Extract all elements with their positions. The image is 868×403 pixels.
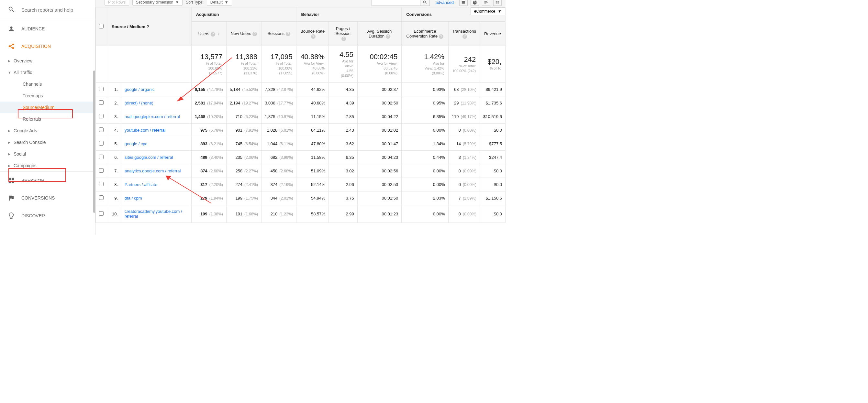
chevron-down-icon: ▼ (8, 70, 11, 74)
data-table: Source / Medium ? Acquisition Behavior C… (95, 7, 505, 223)
svg-rect-4 (12, 178, 14, 180)
dimension-link[interactable]: google / organic (125, 87, 155, 92)
svg-point-2 (12, 47, 14, 49)
table-row: 6.sites.google.com / referral489(3.40%)2… (96, 151, 505, 164)
dimension-link[interactable]: creatoracademy.youtube.com / referral (125, 209, 182, 219)
dimension-link[interactable]: Partners / affiliate (125, 182, 157, 187)
col-users[interactable]: Users?↓ (191, 22, 226, 46)
dimension-header[interactable]: Source / Medium (112, 24, 145, 29)
help-icon[interactable]: ? (341, 37, 346, 41)
chevron-right-icon: ▶ (8, 129, 11, 133)
sidebar-section-behavior[interactable]: BEHAVIOR (0, 171, 95, 189)
sidebar-item-all-traffic[interactable]: ▼All Traffic (0, 67, 95, 78)
sidebar-item-label: Treemaps (23, 93, 43, 98)
row-checkbox[interactable] (99, 128, 103, 132)
table-container: Source / Medium ? Acquisition Behavior C… (95, 7, 505, 235)
sidebar-item-treemaps[interactable]: Treemaps (0, 90, 95, 102)
sidebar-section-audience[interactable]: AUDIENCE (0, 20, 95, 37)
sort-default-button[interactable]: Default▼ (207, 0, 232, 5)
group-conversions: Conversions eCommerce▼ (402, 7, 505, 22)
group-behavior: Behavior (297, 7, 402, 22)
sidebar-section-discover[interactable]: DISCOVER (0, 207, 95, 225)
chevron-down-icon: ▼ (498, 9, 502, 13)
col-ecr[interactable]: Ecommerce Conversion Rate? (402, 22, 448, 46)
view-table-button[interactable] (459, 0, 468, 6)
table-search-button[interactable] (420, 0, 430, 6)
sidebar-item-source-medium[interactable]: Source/Medium (0, 102, 95, 113)
sidebar-item-campaigns[interactable]: ▶Campaigns (0, 160, 95, 171)
nav: AUDIENCE ACQUISITION ▶Overview▼All Traff… (0, 20, 95, 235)
row-checkbox[interactable] (99, 168, 103, 173)
conversions-select[interactable]: eCommerce▼ (471, 7, 505, 15)
advanced-link[interactable]: advanced (433, 0, 456, 5)
col-transactions[interactable]: Transactions? (448, 22, 479, 46)
col-sessions[interactable]: Sessions? (261, 22, 297, 46)
row-index: 10. (107, 205, 121, 223)
select-all-checkbox[interactable] (99, 24, 103, 29)
sidebar-section-label: BEHAVIOR (21, 178, 44, 183)
toolbar: Plot Rows Secondary dimension▼ Sort Type… (95, 0, 505, 7)
scrollbar[interactable] (93, 70, 95, 213)
sidebar-item-label: Campaigns (13, 163, 37, 168)
chevron-down-icon: ▼ (175, 0, 179, 4)
sort-desc-icon: ↓ (217, 31, 219, 36)
dimension-link[interactable]: (direct) / (none) (125, 101, 153, 105)
sidebar-item-search-console[interactable]: ▶Search Console (0, 136, 95, 148)
row-checkbox[interactable] (99, 100, 103, 105)
chevron-down-icon: ▼ (225, 0, 228, 4)
dimension-link[interactable]: google / cpc (125, 141, 147, 146)
col-revenue[interactable]: Revenue (480, 22, 505, 46)
search-input[interactable] (21, 7, 89, 12)
help-icon[interactable]: ? (311, 34, 315, 39)
chevron-right-icon: ▶ (8, 152, 11, 156)
bulb-icon (8, 212, 15, 219)
sidebar-item-referrals[interactable]: Referrals (0, 113, 95, 125)
dimension-link[interactable]: mall.googleplex.com / referral (125, 114, 180, 119)
help-icon[interactable]: ? (463, 34, 467, 39)
secondary-dimension-button[interactable]: Secondary dimension▼ (132, 0, 183, 5)
plot-rows-button[interactable]: Plot Rows (104, 0, 129, 5)
row-checkbox[interactable] (99, 114, 103, 119)
dimension-link[interactable]: dfa / cpm (125, 196, 142, 201)
help-icon[interactable]: ? (147, 24, 149, 29)
view-compare-button[interactable] (493, 0, 502, 6)
totals-row: 13,577% of Total:100.00%(13,577) 11,388%… (96, 46, 505, 83)
sidebar-item-google-ads[interactable]: ▶Google Ads (0, 125, 95, 136)
dimension-link[interactable]: sites.google.com / referral (125, 155, 173, 160)
col-pages[interactable]: Pages / Session? (329, 22, 358, 46)
sidebar-section-conversions[interactable]: CONVERSIONS (0, 189, 95, 207)
row-index: 5. (107, 137, 121, 151)
sidebar-section-acquisition[interactable]: ACQUISITION (0, 37, 95, 55)
row-checkbox[interactable] (99, 141, 103, 145)
col-bounce[interactable]: Bounce Rate? (297, 22, 329, 46)
view-pie-button[interactable] (471, 0, 479, 6)
sidebar-item-social[interactable]: ▶Social (0, 148, 95, 160)
dimension-link[interactable]: youtube.com / referral (125, 128, 165, 133)
row-checkbox[interactable] (99, 195, 103, 200)
sidebar-item-label: Search Console (13, 140, 46, 145)
help-icon[interactable]: ? (439, 34, 443, 39)
row-checkbox[interactable] (99, 211, 103, 216)
view-bars-button[interactable] (482, 0, 490, 6)
svg-rect-3 (9, 178, 11, 180)
col-duration[interactable]: Avg. Session Duration? (357, 22, 401, 46)
dimension-link[interactable]: analytics.google.com / referral (125, 169, 181, 173)
table-row: 7.analytics.google.com / referral374(2.6… (96, 164, 505, 178)
table-row: 5.google / cpc893(6.21%)745(6.54%)1,044(… (96, 137, 505, 151)
row-checkbox[interactable] (99, 87, 103, 91)
sidebar-item-label: All Traffic (13, 70, 32, 75)
sidebar-item-overview[interactable]: ▶Overview (0, 55, 95, 67)
row-checkbox[interactable] (99, 155, 103, 159)
chevron-right-icon: ▶ (8, 164, 11, 168)
help-icon[interactable]: ? (386, 34, 390, 39)
table-search-input[interactable] (372, 0, 420, 6)
row-index: 3. (107, 110, 121, 124)
help-icon[interactable]: ? (286, 32, 290, 36)
sidebar-item-channels[interactable]: Channels (0, 78, 95, 90)
row-checkbox[interactable] (99, 182, 103, 186)
col-new-users[interactable]: New Users? (226, 22, 261, 46)
chevron-right-icon: ▶ (8, 59, 11, 63)
help-icon[interactable]: ? (252, 32, 257, 36)
table-row: 10.creatoracademy.youtube.com / referral… (96, 205, 505, 223)
help-icon[interactable]: ? (211, 32, 215, 37)
